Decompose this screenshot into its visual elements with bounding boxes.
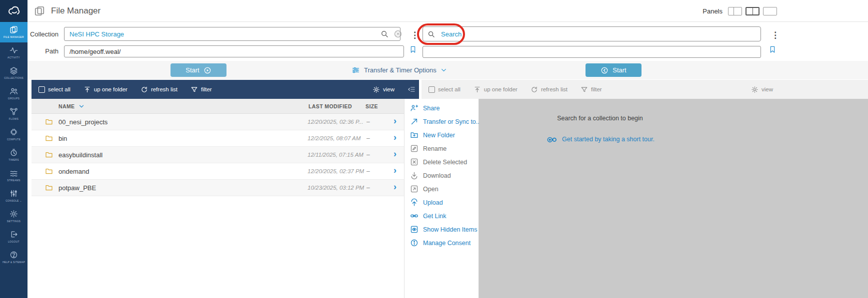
sidebar-item-label: TIMERS [8,158,19,161]
file-last-modified: 12/2/2025, 08:07 AM [308,135,360,141]
up-one-folder-button[interactable]: up one folder [474,86,518,93]
left-panel-menu-icon[interactable]: ⋮ [410,31,419,39]
sidebar-item-collections[interactable]: COLLECTIONS [0,63,28,83]
dual-panel-button[interactable] [746,7,760,15]
sidebar-item-timers[interactable]: TIMERS [0,145,28,165]
action-download[interactable]: Download [404,169,478,182]
table-row[interactable]: easybuildinstall12/11/2025, 07:15 AM–› [32,147,404,163]
path-input[interactable] [64,45,404,57]
chevron-right-icon[interactable]: › [394,182,396,192]
right-file-toolbar: select all up one folder refresh list fi… [422,80,868,99]
file-name[interactable]: easybuildinstall [58,151,102,159]
action-share[interactable]: Share [404,101,478,115]
action-upload[interactable]: Upload [404,196,478,209]
globus-logo[interactable] [0,0,28,22]
play-circle-icon [204,66,212,74]
right-path-input[interactable] [422,46,761,58]
file-size: – [366,135,370,142]
action-delete[interactable]: Delete Selected [404,155,478,169]
file-list-header: NAME LAST MODIFIED SIZE [32,99,404,114]
view-options-button[interactable]: view [372,86,394,93]
sidebar-item-file-manager[interactable]: FILE MANAGER [0,22,28,42]
transfer-timer-options[interactable]: Transfer & Timer Options [352,61,447,79]
size-column-header[interactable]: SIZE [366,103,378,109]
sliders-icon [352,66,360,74]
chevron-right-icon[interactable]: › [394,132,396,143]
chevron-right-icon[interactable]: › [394,149,396,159]
bookmark-icon[interactable] [768,44,776,54]
action-rename[interactable]: Rename [404,142,478,155]
select-all-checkbox[interactable] [38,86,45,93]
table-row[interactable]: bin12/2/2025, 08:07 AM–› [32,130,404,147]
clear-collection-icon[interactable] [394,29,402,38]
single-panel-button[interactable] [728,7,742,15]
filter-button[interactable]: filter [190,86,212,93]
sidebar-item-flows[interactable]: FLOWS [0,104,28,124]
filter-button[interactable]: filter [580,86,602,93]
sidebar-item-groups[interactable]: GROUPS [0,83,28,104]
action-label: Get Link [423,213,446,220]
sidebar-item-label: COLLECTIONS [4,76,24,79]
file-list-panel: NAME LAST MODIFIED SIZE 00_nesi_projects… [32,99,404,298]
right-panel-menu-icon[interactable]: ⋮ [771,31,780,39]
select-all-checkbox[interactable] [428,86,435,93]
arrow-circle-icon [600,66,608,74]
refresh-list-button[interactable]: refresh list [530,86,568,93]
collapse-panel-icon[interactable] [407,85,416,93]
search-icon[interactable] [380,30,388,38]
sidebar-item-label: COMPUTE [7,138,20,141]
flows-icon [10,107,18,116]
chevron-right-icon[interactable]: › [394,116,396,126]
file-name[interactable]: potpaw_PBE [58,184,96,192]
action-get-link[interactable]: Get Link [404,209,478,223]
name-column-header[interactable]: NAME [58,103,75,109]
sidebar-item-compute[interactable]: COMPUTE [0,124,28,145]
up-one-folder-button[interactable]: up one folder [84,86,128,93]
refresh-list-label: refresh list [151,86,178,92]
sidebar-item-settings[interactable]: SETTINGS [0,206,28,227]
sidebar-item-console[interactable]: CONSOLE ⌄ [0,186,28,206]
collection-input[interactable] [64,27,400,41]
table-row[interactable]: potpaw_PBE10/23/2025, 03:12 PM–› [32,180,404,196]
sidebar-item-label: STREAMS [7,179,20,182]
sidebar-item-streams[interactable]: STREAMS [0,165,28,186]
filter-label: filter [201,86,212,92]
action-manage-consent[interactable]: Manage Consent [404,236,478,250]
bookmark-icon[interactable] [409,44,417,54]
file-size: – [366,168,370,175]
tour-link[interactable]: Get started by taking a short tour. [546,134,654,145]
action-open[interactable]: Open [404,182,478,196]
action-show-hidden[interactable]: Show Hidden Items [404,223,478,236]
select-all-control[interactable]: select all [38,86,70,93]
file-last-modified: 10/23/2025, 03:12 PM [308,185,364,191]
table-row[interactable]: ondemand12/20/2025, 02:37 PM–› [32,163,404,180]
view-options-button[interactable]: view [751,86,773,93]
action-label: Share [423,105,440,112]
chevron-right-icon[interactable]: › [394,165,396,176]
action-label: Download [423,172,451,179]
file-name[interactable]: 00_nesi_projects [58,118,108,126]
search-input[interactable] [422,26,761,41]
open-icon [410,185,418,193]
file-name[interactable]: ondemand [58,168,89,175]
start-transfer-left-button[interactable]: Start [170,63,226,77]
sidebar-item-activity[interactable]: ACTIVITY [0,42,28,63]
sidebar-item-logout[interactable]: LOGOUT [0,227,28,247]
table-row[interactable]: 00_nesi_projects12/20/2025, 02:36 P...–› [32,114,404,130]
right-collection-panel: Search for a collection to begin Get sta… [479,99,868,298]
refresh-list-button[interactable]: refresh list [140,86,178,93]
sidebar-item-label: CONSOLE ⌄ [6,199,22,202]
start-transfer-right-button[interactable]: Start [586,63,642,77]
folder-icon [44,167,54,175]
actions-panel: ShareTransfer or Sync to...New FolderRen… [404,99,479,298]
rename-icon [410,144,418,153]
wide-panel-button[interactable] [763,7,777,15]
file-manager-icon [10,25,18,34]
select-all-control[interactable]: select all [428,86,460,93]
sidebar-item-help[interactable]: HELP & SITEMAP [0,247,28,268]
action-transfer[interactable]: Transfer or Sync to... [404,115,478,128]
sort-caret-icon[interactable] [78,103,84,109]
modified-column-header[interactable]: LAST MODIFIED [308,103,352,109]
file-name[interactable]: bin [58,135,67,142]
action-new-folder[interactable]: New Folder [404,128,478,142]
